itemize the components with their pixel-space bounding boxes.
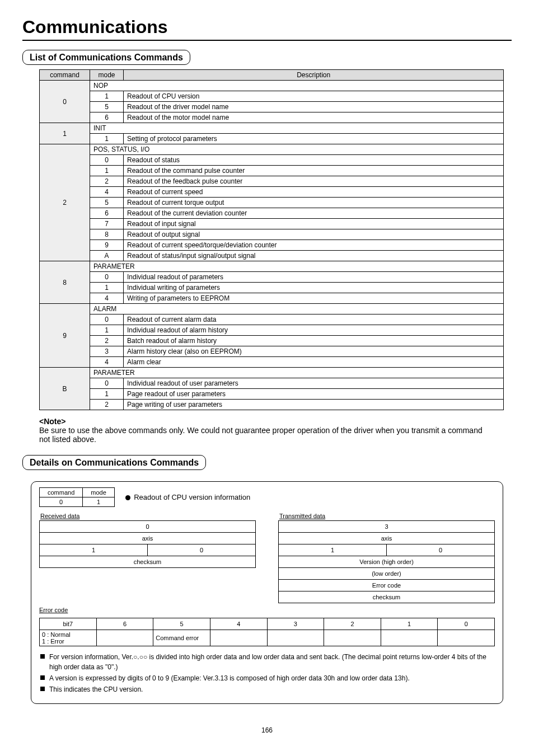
desc-cell: Batch readout of alarm history — [124, 336, 504, 346]
err-col-bit7: bit7 — [40, 618, 97, 630]
mode-cell: 2 — [90, 400, 124, 410]
mode-label: mode — [83, 488, 115, 497]
mode-cell: 0 — [90, 155, 124, 166]
err-col-2: 2 — [324, 618, 381, 630]
page-title: Communications — [22, 17, 512, 37]
error-code-caption: Error code — [39, 607, 495, 613]
section-list-heading: List of Communications Commands — [22, 50, 190, 65]
mode-cell: 4 — [90, 293, 124, 304]
recv-r1: 0 — [40, 521, 256, 533]
mode-cell: 7 — [90, 219, 124, 229]
mode-cell: 0 — [90, 272, 124, 283]
desc-cell: Individual writing of parameters — [124, 283, 504, 293]
cmd-cell: 2 — [40, 144, 90, 261]
bullet-3: This indicates the CPU version. — [39, 684, 495, 694]
cmd-cell: 0 — [40, 81, 90, 123]
trans-r1: 3 — [279, 521, 495, 533]
th-description: Description — [124, 70, 504, 81]
trans-r7: checksum — [279, 591, 495, 603]
trans-r3a: 1 — [279, 544, 387, 556]
recv-r2: axis — [40, 533, 256, 544]
err-4-val — [210, 630, 267, 646]
mode-cell: 1 — [90, 325, 124, 336]
mode-cell: 2 — [90, 176, 124, 187]
recv-r4: checksum — [40, 556, 256, 568]
desc-cell: Page readout of user parameters — [124, 389, 504, 400]
desc-cell: Readout of the current deviation counter — [124, 208, 504, 219]
mode-cell: 3 — [90, 346, 124, 357]
trans-r4: Version (high order) — [279, 556, 495, 568]
err-3-val — [267, 630, 324, 646]
received-grid: 0 axis 1 0 checksum — [39, 520, 256, 568]
err-col-5: 5 — [153, 618, 210, 630]
err-5-val: Command error — [153, 630, 210, 646]
cmd-cell: 1 — [40, 123, 90, 144]
bullet-1: For version information, Ver.○.○○ is div… — [39, 652, 495, 672]
mode-cell: 8 — [90, 229, 124, 240]
cmd-cell: 8 — [40, 261, 90, 304]
trans-r5: (low order) — [279, 568, 495, 580]
page-number: 166 — [22, 726, 512, 734]
desc-cell: Readout of the feedback pulse counter — [124, 176, 504, 187]
mode-cell: 1 — [90, 389, 124, 400]
th-mode: mode — [90, 70, 124, 81]
desc-cell: Readout of the command pulse counter — [124, 166, 504, 176]
group-title: PARAMETER — [90, 261, 504, 272]
mode-cell: 1 — [90, 283, 124, 293]
cmd-cell: 9 — [40, 304, 90, 368]
desc-cell: Readout of current speed/torque/deviatio… — [124, 240, 504, 251]
mode-cell: 0 — [90, 314, 124, 325]
note-heading: <Note> — [39, 417, 65, 426]
cmd-label: command — [40, 488, 83, 497]
desc-cell: Readout of status/input signal/output si… — [124, 251, 504, 261]
group-title: NOP — [90, 81, 504, 91]
mode-cell: 1 — [90, 166, 124, 176]
mode-cell: 6 — [90, 112, 124, 123]
err-bit7-val: 0 : Normal 1 : Error — [40, 630, 97, 646]
note-block: <Note> Be sure to use the above commands… — [39, 417, 495, 444]
desc-cell: Readout of the motor model name — [124, 112, 504, 123]
card-title: Readout of CPU version information — [134, 493, 250, 501]
recv-r3a: 1 — [40, 544, 148, 556]
err-1-val — [381, 630, 438, 646]
trans-r3b: 0 — [387, 544, 495, 556]
desc-cell: Readout of status — [124, 155, 504, 166]
detail-card: command mode 0 1 Readout of CPU version … — [31, 481, 503, 704]
notes-list: For version information, Ver.○.○○ is div… — [39, 652, 495, 694]
err-col-4: 4 — [210, 618, 267, 630]
desc-cell: Readout of the driver model name — [124, 102, 504, 112]
mode-cell: 1 — [90, 134, 124, 144]
mode-cell: 4 — [90, 187, 124, 198]
desc-cell: Readout of CPU version — [124, 91, 504, 102]
desc-cell: Individual readout of user parameters — [124, 378, 504, 389]
desc-cell: Alarm clear — [124, 357, 504, 368]
err-col-3: 3 — [267, 618, 324, 630]
err-0-val — [438, 630, 495, 646]
error-code-table: bit76543210 0 : Normal 1 : Error Command… — [39, 618, 495, 646]
err-col-0: 0 — [438, 618, 495, 630]
mode-cell: 5 — [90, 198, 124, 208]
group-title: INIT — [90, 123, 504, 134]
mode-cell: A — [90, 251, 124, 261]
th-command: command — [40, 70, 90, 81]
note-body: Be sure to use the above commands only. … — [39, 426, 483, 444]
recv-r3b: 0 — [148, 544, 256, 556]
err-6-val — [96, 630, 153, 646]
mode-cell: 5 — [90, 102, 124, 112]
mode-val: 1 — [83, 497, 115, 507]
err-col-1: 1 — [381, 618, 438, 630]
group-title: ALARM — [90, 304, 504, 314]
transmitted-label: Transmitted data — [279, 513, 495, 519]
mode-cell: 4 — [90, 357, 124, 368]
mode-cell: 6 — [90, 208, 124, 219]
mode-cell: 1 — [90, 91, 124, 102]
card-title-wrap: Readout of CPU version information — [125, 493, 250, 501]
desc-cell: Page writing of user parameters — [124, 400, 504, 410]
received-label: Received data — [40, 513, 256, 519]
group-title: POS, STATUS, I/O — [90, 144, 504, 155]
bullet-2: A version is expressed by digits of 0 to… — [39, 673, 495, 683]
bullet-icon — [125, 495, 130, 500]
desc-cell: Readout of input signal — [124, 219, 504, 229]
mode-cell: 2 — [90, 336, 124, 346]
group-title: PARAMETER — [90, 368, 504, 378]
